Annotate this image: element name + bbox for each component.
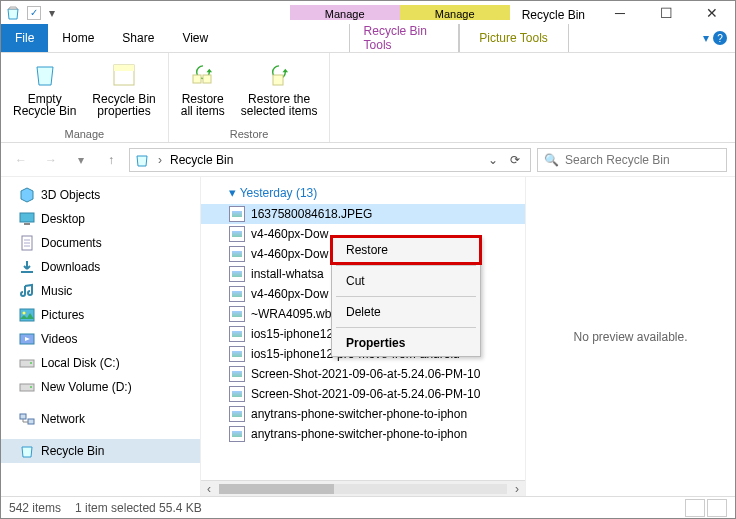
file-name: Screen-Shot-2021-09-06-at-5.24.06-PM-10 bbox=[251, 367, 480, 381]
sidebar-item[interactable]: Local Disk (C:) bbox=[1, 351, 200, 375]
qat-properties-icon[interactable]: ✓ bbox=[27, 6, 41, 20]
address-location[interactable]: Recycle Bin bbox=[170, 153, 233, 167]
restore-all-icon bbox=[187, 59, 219, 91]
file-row[interactable]: anytrans-phone-switcher-phone-to-iphon bbox=[201, 404, 525, 424]
restore-all-button[interactable]: Restore all items bbox=[177, 57, 229, 126]
nav-history-dropdown[interactable]: ▾ bbox=[69, 148, 93, 172]
sidebar-item[interactable]: Music bbox=[1, 279, 200, 303]
status-selection: 1 item selected 55.4 KB bbox=[75, 501, 202, 515]
view-large-icons-button[interactable] bbox=[707, 499, 727, 517]
svg-rect-16 bbox=[28, 419, 34, 424]
separator bbox=[336, 296, 476, 297]
svg-rect-1 bbox=[193, 75, 201, 83]
context-properties[interactable]: Properties bbox=[332, 330, 480, 356]
file-name: v4-460px-Dow bbox=[251, 227, 328, 241]
context-restore[interactable]: Restore bbox=[332, 237, 480, 263]
file-icon bbox=[229, 326, 245, 342]
scroll-right-icon[interactable]: › bbox=[509, 482, 525, 496]
empty-recycle-bin-button[interactable]: Empty Recycle Bin bbox=[9, 57, 80, 126]
ribbon: Empty Recycle Bin Recycle Bin properties… bbox=[1, 53, 735, 143]
sidebar-item[interactable]: Videos bbox=[1, 327, 200, 351]
ribbon-group-manage-label: Manage bbox=[9, 126, 160, 140]
sidebar-item-label: Documents bbox=[41, 236, 102, 250]
file-name: v4-460px-Dow bbox=[251, 287, 328, 301]
refresh-button[interactable]: ⟳ bbox=[504, 149, 526, 171]
file-name: anytrans-phone-switcher-phone-to-iphon bbox=[251, 427, 467, 441]
ribbon-group-manage: Empty Recycle Bin Recycle Bin properties… bbox=[1, 53, 169, 142]
tab-view[interactable]: View bbox=[168, 24, 222, 52]
view-details-button[interactable] bbox=[685, 499, 705, 517]
nav-up-button[interactable]: ↑ bbox=[99, 148, 123, 172]
sidebar-item[interactable]: Documents bbox=[1, 231, 200, 255]
file-row[interactable]: Screen-Shot-2021-09-06-at-5.24.06-PM-10 bbox=[201, 364, 525, 384]
sidebar-item-network[interactable]: Network bbox=[1, 407, 200, 431]
context-menu: Restore Cut Delete Properties bbox=[331, 236, 481, 357]
context-cut[interactable]: Cut bbox=[332, 268, 480, 294]
ribbon-group-restore-label: Restore bbox=[177, 126, 322, 140]
address-box[interactable]: › Recycle Bin ⌄ ⟳ bbox=[129, 148, 531, 172]
file-name: 1637580084618.JPEG bbox=[251, 207, 372, 221]
svg-rect-3 bbox=[273, 75, 283, 85]
tab-recycle-bin-tools[interactable]: Recycle Bin Tools bbox=[349, 24, 459, 52]
svg-rect-5 bbox=[24, 223, 30, 225]
down-icon bbox=[19, 259, 35, 275]
sidebar-item[interactable]: 3D Objects bbox=[1, 183, 200, 207]
search-input[interactable]: 🔍 Search Recycle Bin bbox=[537, 148, 727, 172]
disk-icon bbox=[19, 355, 35, 371]
file-icon bbox=[229, 226, 245, 242]
file-row[interactable]: Screen-Shot-2021-09-06-at-5.24.06-PM-10 bbox=[201, 384, 525, 404]
sidebar-item[interactable]: New Volume (D:) bbox=[1, 375, 200, 399]
svg-rect-8 bbox=[20, 309, 34, 321]
context-delete[interactable]: Delete bbox=[332, 299, 480, 325]
file-row[interactable]: anytrans-phone-switcher-phone-to-iphon bbox=[201, 424, 525, 444]
file-icon bbox=[229, 366, 245, 382]
address-dropdown-icon[interactable]: ⌄ bbox=[482, 149, 504, 171]
close-button[interactable]: ✕ bbox=[689, 5, 735, 21]
file-icon bbox=[229, 266, 245, 282]
restore-selected-label: Restore the selected items bbox=[241, 93, 318, 117]
svg-point-9 bbox=[23, 312, 26, 315]
sidebar-item-label: Videos bbox=[41, 332, 77, 346]
nav-forward-button[interactable]: → bbox=[39, 148, 63, 172]
status-bar: 542 items 1 item selected 55.4 KB bbox=[1, 496, 735, 518]
nav-back-button[interactable]: ← bbox=[9, 148, 33, 172]
restore-selected-button[interactable]: Restore the selected items bbox=[237, 57, 322, 126]
music-icon bbox=[19, 283, 35, 299]
titlebar: ✓ ▾ Manage Manage Recycle Bin ─ ☐ ✕ File… bbox=[1, 1, 735, 53]
sidebar-item[interactable]: Pictures bbox=[1, 303, 200, 327]
sidebar-item[interactable]: Downloads bbox=[1, 255, 200, 279]
tab-share[interactable]: Share bbox=[108, 24, 168, 52]
tab-picture-tools[interactable]: Picture Tools bbox=[459, 24, 569, 52]
sidebar-item-label: Network bbox=[41, 412, 85, 426]
sidebar-item[interactable]: Desktop bbox=[1, 207, 200, 231]
horizontal-scrollbar[interactable]: ‹ › bbox=[201, 480, 525, 496]
tab-file[interactable]: File bbox=[1, 24, 48, 52]
file-name: anytrans-phone-switcher-phone-to-iphon bbox=[251, 407, 467, 421]
group-header-label: Yesterday (13) bbox=[240, 186, 318, 200]
file-icon bbox=[229, 426, 245, 442]
help-dropdown-icon[interactable]: ▾ ? bbox=[695, 24, 735, 52]
search-placeholder: Search Recycle Bin bbox=[565, 153, 670, 167]
recycle-bin-properties-button[interactable]: Recycle Bin properties bbox=[88, 57, 159, 126]
doc-icon bbox=[19, 235, 35, 251]
navigation-pane: 3D ObjectsDesktopDocumentsDownloadsMusic… bbox=[1, 177, 201, 496]
empty-bin-label: Empty Recycle Bin bbox=[13, 93, 76, 117]
minimize-button[interactable]: ─ bbox=[597, 5, 643, 21]
scroll-thumb[interactable] bbox=[219, 484, 334, 494]
cube-icon bbox=[19, 187, 35, 203]
disk-icon bbox=[19, 379, 35, 395]
bin-properties-label: Recycle Bin properties bbox=[92, 93, 155, 117]
chevron-right-icon[interactable]: › bbox=[156, 153, 164, 167]
file-name: v4-460px-Dow bbox=[251, 247, 328, 261]
tab-home[interactable]: Home bbox=[48, 24, 108, 52]
file-icon bbox=[229, 206, 245, 222]
maximize-button[interactable]: ☐ bbox=[643, 5, 689, 21]
group-header[interactable]: ▾ Yesterday (13) bbox=[201, 177, 525, 204]
file-icon bbox=[229, 386, 245, 402]
svg-rect-7 bbox=[21, 271, 33, 273]
file-row[interactable]: 1637580084618.JPEG bbox=[201, 204, 525, 224]
sidebar-item-recycle-bin[interactable]: Recycle Bin bbox=[1, 439, 200, 463]
qat-dropdown-icon[interactable]: ▾ bbox=[47, 6, 57, 20]
preview-message: No preview available. bbox=[573, 330, 687, 344]
scroll-left-icon[interactable]: ‹ bbox=[201, 482, 217, 496]
